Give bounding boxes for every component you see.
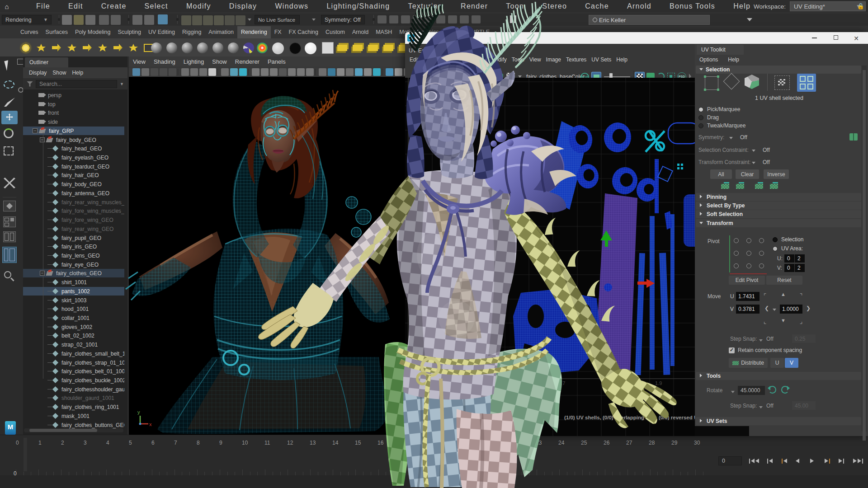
svg-text:y: y [137,409,140,415]
svg-text:x: x [149,422,152,427]
